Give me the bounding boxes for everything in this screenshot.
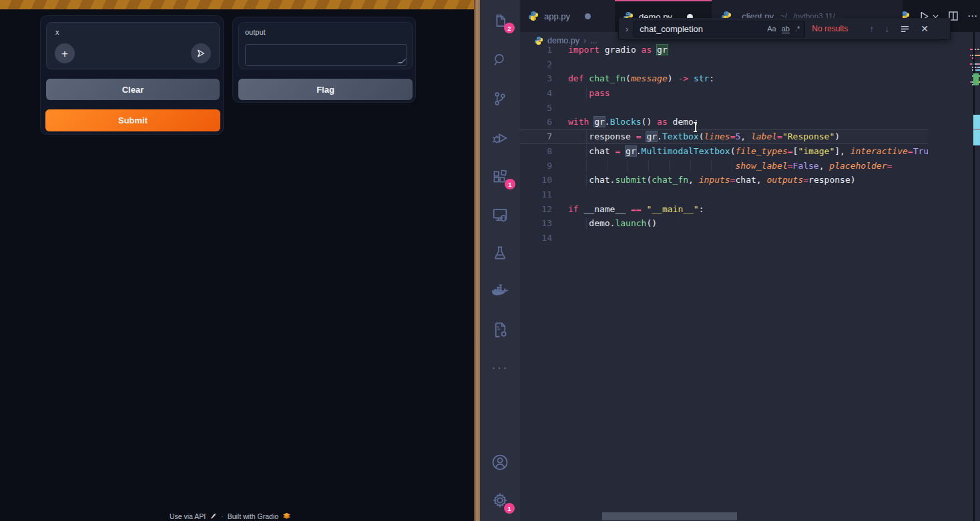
code-line[interactable]: 10 chat.submit(chat_fn, inputs=chat, out… bbox=[520, 173, 928, 187]
clear-button[interactable]: Clear bbox=[46, 79, 220, 100]
find-input[interactable]: chat_completion Aa ab .* bbox=[634, 21, 805, 37]
code-line[interactable]: 12if __name__ == "__main__": bbox=[520, 202, 928, 217]
line-number: 6 bbox=[520, 115, 552, 129]
code-editor[interactable]: 1import gradio as gr23def chat_fn(messag… bbox=[520, 43, 928, 245]
output-textbox: output bbox=[238, 22, 413, 69]
code-token: response bbox=[568, 131, 636, 141]
extensions-activity-button[interactable]: 1 bbox=[480, 159, 520, 194]
code-token: MultimodalTextbox bbox=[642, 146, 730, 156]
testing-activity-button[interactable] bbox=[480, 235, 520, 270]
find-query-text: chat_completion bbox=[640, 24, 767, 34]
code-line[interactable]: 1import gradio as gr bbox=[520, 43, 928, 57]
code-token: ], bbox=[834, 146, 850, 156]
extensions-badge: 1 bbox=[505, 179, 515, 189]
overview-mark-line bbox=[973, 129, 980, 130]
source-control-activity-button[interactable] bbox=[480, 81, 520, 116]
code-token: True bbox=[913, 146, 928, 156]
resize-handle-icon[interactable] bbox=[397, 58, 407, 63]
search-activity-button[interactable] bbox=[480, 43, 520, 77]
built-with-gradio-link[interactable]: Built with Gradio bbox=[228, 512, 278, 520]
flag-button[interactable]: Flag bbox=[238, 79, 413, 100]
submit-button-label: Submit bbox=[118, 115, 148, 125]
line-number: 12 bbox=[520, 202, 552, 217]
more-actions-button[interactable]: ⋯ bbox=[967, 10, 978, 22]
code-token: message bbox=[631, 73, 668, 83]
send-button[interactable] bbox=[191, 43, 211, 63]
more-views-button[interactable]: ··· bbox=[480, 350, 520, 384]
input-label: x bbox=[55, 28, 59, 36]
line-number: 11 bbox=[520, 187, 552, 202]
beaker-icon bbox=[491, 244, 509, 262]
whole-word-toggle[interactable]: ab bbox=[782, 25, 790, 33]
toggle-replace-chevron[interactable]: › bbox=[626, 24, 628, 34]
code-token: if bbox=[568, 204, 579, 214]
explorer-activity-button[interactable]: 2 bbox=[480, 4, 520, 39]
settings-button[interactable]: 1 bbox=[480, 483, 520, 518]
overview-ruler bbox=[973, 32, 980, 521]
gradio-output-group: output Flag bbox=[232, 17, 416, 103]
line-number: 10 bbox=[520, 173, 552, 187]
indent-guide bbox=[586, 87, 587, 99]
code-line[interactable]: 2 bbox=[520, 57, 928, 72]
remote-explorer-activity-button[interactable] bbox=[480, 197, 520, 232]
code-token: show_label bbox=[735, 161, 787, 171]
code-line[interactable]: 11 bbox=[520, 187, 928, 202]
flag-button-label: Flag bbox=[316, 85, 334, 95]
code-token: file_types bbox=[735, 146, 787, 156]
code-token: False bbox=[793, 161, 819, 171]
attach-file-button[interactable]: + bbox=[55, 43, 75, 63]
horizontal-scrollbar[interactable] bbox=[602, 512, 737, 520]
regex-toggle[interactable]: .* bbox=[795, 25, 800, 33]
code-token: __name__ bbox=[579, 204, 631, 214]
code-line[interactable]: 4 pass bbox=[520, 86, 928, 101]
tab-app-py[interactable]: app.py bbox=[520, 0, 614, 32]
overview-mark-green bbox=[973, 73, 979, 85]
docker-activity-button[interactable] bbox=[480, 274, 520, 309]
code-token: Textbox bbox=[662, 131, 699, 141]
code-token: . bbox=[657, 131, 662, 141]
rocket-icon bbox=[210, 512, 217, 520]
code-line[interactable]: 7 response = gr.Textbox(lines=5, label="… bbox=[520, 129, 928, 144]
gradio-app: x + Clear Submit output bbox=[0, 0, 474, 521]
use-via-api-link[interactable]: Use via API bbox=[170, 512, 206, 520]
modified-dot-icon[interactable] bbox=[585, 13, 591, 19]
gradio-input-group: x + Clear Submit bbox=[40, 15, 224, 135]
code-line[interactable]: 5 bbox=[520, 101, 928, 115]
explorer-badge: 2 bbox=[504, 23, 515, 33]
account-button[interactable] bbox=[480, 445, 520, 480]
code-line[interactable]: 8 chat = gr.MultimodalTextbox(file_types… bbox=[520, 144, 928, 159]
code-token: chat_fn bbox=[589, 73, 626, 83]
code-token: gr bbox=[657, 45, 668, 55]
code-line[interactable]: 9 show_label=False, placeholder= bbox=[520, 159, 928, 173]
line-number: 5 bbox=[520, 101, 552, 115]
cmake-tools-activity-button[interactable] bbox=[480, 312, 520, 347]
overview-mark-cyan bbox=[973, 115, 980, 145]
close-find-button[interactable]: ✕ bbox=[921, 23, 929, 34]
run-debug-activity-button[interactable] bbox=[480, 121, 520, 155]
match-case-toggle[interactable]: Aa bbox=[767, 25, 776, 33]
find-previous-button[interactable]: ↑ bbox=[869, 23, 874, 34]
code-token: = bbox=[908, 146, 913, 156]
window-gap bbox=[474, 0, 480, 521]
editor-area: app.py demo.py _client.py bbox=[520, 0, 980, 521]
code-line[interactable]: 3def chat_fn(message) -> str: bbox=[520, 71, 928, 86]
code-line[interactable]: 6with gr.Blocks() as demo: bbox=[520, 115, 928, 129]
find-next-button[interactable]: ↓ bbox=[885, 23, 889, 34]
clear-button-label: Clear bbox=[122, 85, 144, 95]
submit-button[interactable]: Submit bbox=[45, 109, 220, 131]
find-in-selection-button[interactable] bbox=[900, 24, 910, 34]
python-icon bbox=[528, 11, 539, 21]
code-line[interactable]: 14 bbox=[520, 231, 928, 245]
code-token: () bbox=[646, 218, 657, 228]
code-token: : bbox=[699, 204, 704, 214]
output-textarea[interactable] bbox=[245, 44, 407, 66]
code-token: ( bbox=[626, 73, 631, 83]
code-token: "__main__" bbox=[646, 204, 698, 214]
indent-guide bbox=[690, 160, 691, 172]
code-token: as bbox=[657, 117, 668, 127]
multimodal-textbox[interactable]: x + bbox=[46, 22, 220, 69]
code-line[interactable]: 13 demo.launch() bbox=[520, 216, 928, 231]
line-number: 1 bbox=[520, 43, 552, 57]
code-token: response) bbox=[808, 175, 855, 185]
code-token: import bbox=[568, 45, 599, 55]
